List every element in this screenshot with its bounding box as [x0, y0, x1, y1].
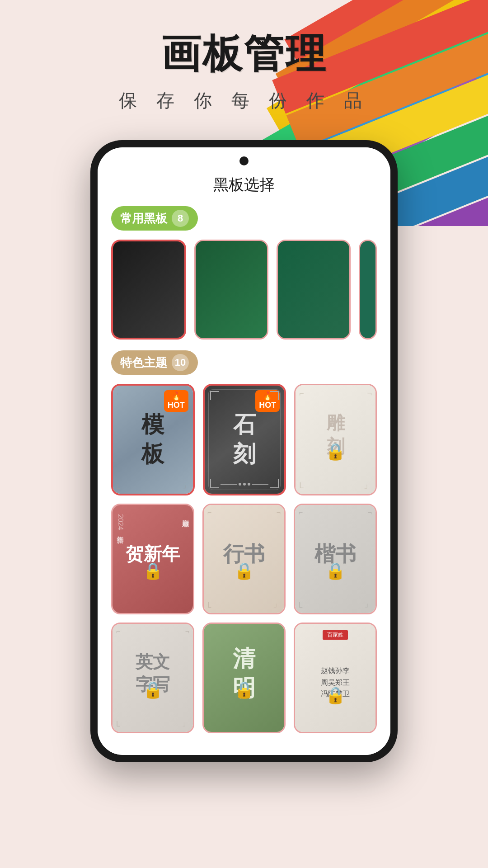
- camera-dot: [239, 156, 249, 165]
- board-card-teal[interactable]: [277, 240, 351, 340]
- kaishu-corner-tr: ¬: [368, 509, 372, 517]
- camera-notch: [98, 147, 390, 170]
- sub-title: 保 存 你 每 份 作 品: [0, 88, 488, 113]
- english-corner-br: 」: [182, 719, 189, 728]
- hot-text: HOT: [168, 401, 185, 410]
- header: 画板管理 保 存 你 每 份 作 品: [0, 0, 488, 113]
- theme-card-english[interactable]: ⌐ ¬ L 」 英文字写 🔒: [111, 623, 194, 733]
- english-corner-tr: ¬: [185, 627, 189, 636]
- phone-mockup: 黑板选择 常用黑板 8: [90, 140, 398, 762]
- theme-card-newyear[interactable]: 2024新年吉祥 万事如意好运 贺新年 🔒: [111, 504, 194, 614]
- xingshu-corner-br: 」: [273, 600, 281, 609]
- theme-card-calligraphy[interactable]: 百家姓 赵钱孙李周吴郑王冯陈楚卫 🔒: [294, 623, 377, 733]
- carving-corner-br: 」: [364, 480, 372, 491]
- section-common: 常用黑板 8: [111, 206, 377, 340]
- corner-tl: ⌐: [117, 389, 120, 396]
- xingshu-corner-tr: ¬: [277, 509, 281, 517]
- english-lock: 🔒: [143, 680, 163, 699]
- corner-br: 」: [183, 482, 189, 490]
- stone-corner-bl: [210, 479, 219, 488]
- stone-corner-br: [270, 479, 279, 488]
- xingshu-lock: 🔒: [234, 561, 254, 580]
- common-badge: 常用黑板 8: [111, 206, 198, 231]
- screen-title: 黑板选择: [111, 170, 377, 206]
- theme-card-xingshu[interactable]: ⌐ ¬ L 」 行书 🔒: [202, 504, 286, 614]
- carving-corner-tr: ¬: [367, 389, 372, 398]
- stone-corner-tr: [270, 391, 279, 400]
- carving-lock: 🔒: [325, 442, 346, 461]
- newyear-lock: 🔒: [143, 561, 163, 580]
- board-card-green[interactable]: [194, 240, 268, 340]
- theme-card-qingming[interactable]: 清明 🔒: [202, 623, 286, 733]
- carving-corner-tl: ⌐: [299, 389, 304, 398]
- kaishu-corner-tl: ⌐: [299, 509, 303, 517]
- theme-card-template[interactable]: ⌐ ¬ L 」 🔥 HOT 模板: [111, 384, 195, 495]
- xingshu-corner-tl: ⌐: [207, 509, 211, 517]
- screen-content: 黑板选择 常用黑板 8: [98, 170, 390, 755]
- main-title: 画板管理: [0, 27, 488, 81]
- english-corner-tl: ⌐: [116, 627, 120, 636]
- template-text: 模板: [141, 410, 164, 469]
- theme-badge: 特色主题 10: [111, 350, 198, 375]
- calligraphy-stamp: 百家姓: [323, 630, 348, 640]
- board-grid: [111, 240, 377, 340]
- corner-bl: L: [117, 483, 120, 490]
- theme-badge-count: 10: [172, 354, 189, 371]
- xingshu-corner-bl: L: [207, 601, 211, 609]
- theme-row-2: 2024新年吉祥 万事如意好运 贺新年 🔒 ⌐ ¬ L: [111, 504, 377, 614]
- english-corner-bl: L: [116, 720, 120, 728]
- section-themes: 特色主题 10 ⌐ ¬ L 」: [111, 350, 377, 733]
- hot-flame: 🔥: [171, 392, 181, 401]
- common-badge-label: 常用黑板: [120, 211, 167, 226]
- hot-badge-template: 🔥 HOT: [164, 390, 188, 412]
- theme-card-kaishu[interactable]: ⌐ ¬ L 」 楷书 🔒: [294, 504, 377, 614]
- phone-screen: 黑板选择 常用黑板 8: [98, 147, 390, 755]
- stone-bottom-deco: [221, 483, 268, 486]
- common-badge-count: 8: [172, 210, 189, 227]
- board-card-black[interactable]: [111, 240, 186, 340]
- carving-corner-bl: L: [299, 481, 304, 491]
- theme-badge-label: 特色主题: [120, 355, 167, 371]
- qingming-lock: 🔒: [234, 680, 254, 699]
- stone-corner-tl: [210, 391, 219, 400]
- theme-row-3: ⌐ ¬ L 」 英文字写 🔒 清明: [111, 623, 377, 733]
- kaishu-corner-bl: L: [299, 601, 303, 609]
- theme-card-carving[interactable]: ⌐ ¬ L 」 雕刻 🔒: [294, 384, 377, 495]
- hot-text-stone: HOT: [259, 401, 276, 410]
- newyear-text-left: 2024新年吉祥: [115, 514, 125, 530]
- calligraphy-lock: 🔒: [325, 686, 346, 705]
- kaishu-lock: 🔒: [325, 561, 346, 580]
- board-card-partial[interactable]: [359, 240, 377, 340]
- theme-row-1: ⌐ ¬ L 」 🔥 HOT 模板: [111, 384, 377, 495]
- kaishu-corner-br: 」: [365, 600, 372, 609]
- phone-wrapper: 黑板选择 常用黑板 8: [0, 140, 488, 762]
- theme-card-stone[interactable]: 🔥 HOT: [203, 384, 286, 495]
